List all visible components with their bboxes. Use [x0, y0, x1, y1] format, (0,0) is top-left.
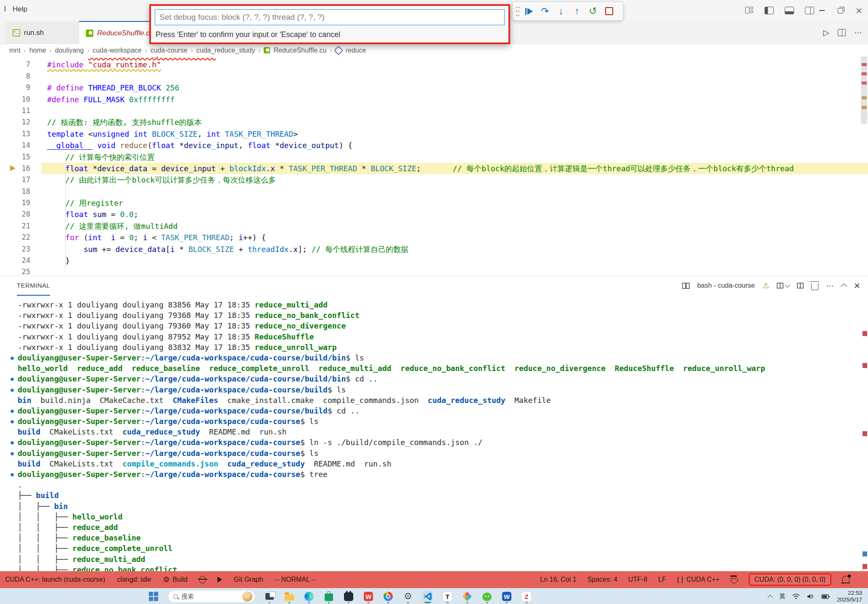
- status-indentation[interactable]: Spaces: 4: [587, 576, 617, 583]
- terminal-line[interactable]: ●douliyang@user-Super-Server:~/large/cud…: [0, 405, 862, 416]
- status-debug-bug[interactable]: [199, 576, 206, 583]
- mindmap-app-button[interactable]: [462, 590, 473, 603]
- more-actions-button[interactable]: ⋯: [854, 28, 862, 37]
- stop-button[interactable]: [602, 4, 616, 19]
- extension-face-icon[interactable]: [730, 576, 738, 583]
- code-line[interactable]: 15 // 计算每个快的索引位置: [0, 151, 868, 163]
- tab-run-sh[interactable]: run.sh: [6, 21, 79, 44]
- code-line[interactable]: 22 for (int i = 0; i < TASK_PER_THREAD; …: [0, 232, 868, 243]
- terminal-line[interactable]: ●douliyang@user-Super-Server:~/large/cud…: [0, 437, 862, 448]
- breadcrumb-item[interactable]: cuda_reduce_study: [196, 47, 255, 54]
- kill-terminal-button[interactable]: [811, 283, 818, 290]
- code-line[interactable]: 12// 核函数: 规约函数, 支持shuffle的版本: [0, 117, 868, 128]
- status-cuda-focus[interactable]: CUDA: (0, 0, 0) (0, 0, 0): [749, 573, 831, 586]
- task-view-button[interactable]: [264, 590, 275, 603]
- status-git-graph[interactable]: Git Graph: [234, 576, 263, 583]
- status-run-task[interactable]: [217, 577, 222, 583]
- terminal-line[interactable]: ├── build: [0, 490, 862, 501]
- terminal-line[interactable]: ●douliyang@user-Super-Server:~/large/cud…: [0, 384, 862, 395]
- store-button[interactable]: [323, 590, 334, 603]
- edge-button[interactable]: [304, 590, 315, 603]
- terminal-line[interactable]: -rwxrwxr-x 1 douliyang douliyang 79368 M…: [0, 310, 862, 321]
- terminal-line[interactable]: │ │ ├── reduce_no_bank_conflict: [0, 564, 862, 571]
- breadcrumb-item[interactable]: cuda-course: [151, 47, 188, 54]
- code-line[interactable]: 11: [0, 105, 868, 117]
- breadcrumb-item[interactable]: cuda-workspace: [93, 47, 142, 54]
- tab-terminal[interactable]: TERMINAL: [17, 276, 50, 296]
- terminal-line[interactable]: ●douliyang@user-Super-Server:~/large/cud…: [0, 469, 862, 479]
- terminal-line[interactable]: │ │ ├── reduce_baseline: [0, 532, 862, 543]
- terminal-line[interactable]: ●douliyang@user-Super-Server:~/large/cud…: [0, 448, 862, 458]
- toggle-sidebar-icon[interactable]: [765, 7, 774, 14]
- breadcrumb-item[interactable]: mnt: [9, 47, 21, 54]
- terminal-line[interactable]: │ │ ├── reduce_multi_add: [0, 554, 862, 564]
- split-editor-button[interactable]: [838, 29, 846, 36]
- status-cursor-position[interactable]: Ln 16, Col 1: [540, 576, 576, 583]
- menu-help[interactable]: Help: [13, 5, 27, 13]
- step-over-icon[interactable]: ↷: [538, 4, 552, 19]
- status-encoding[interactable]: UTF-8: [628, 576, 647, 583]
- terminal-line[interactable]: ●douliyang@user-Super-Server:~/large/cud…: [0, 416, 862, 427]
- terminal-more-actions-button[interactable]: ⋯: [826, 281, 834, 291]
- zotero-button[interactable]: Z: [521, 590, 532, 603]
- code-line[interactable]: 19 // 用register: [0, 197, 868, 209]
- continue-button[interactable]: [522, 4, 536, 19]
- code-line[interactable]: 14__global__ void reduce(float *device_i…: [0, 140, 868, 151]
- chrome-button[interactable]: [383, 590, 394, 603]
- terminal-line[interactable]: build CMakeLists.txt compile_commands.js…: [0, 458, 862, 469]
- code-line[interactable]: 20 float sum = 0.0;: [0, 209, 868, 220]
- typora-button[interactable]: T: [442, 590, 453, 603]
- maximize-panel-button[interactable]: [841, 283, 847, 290]
- code-line[interactable]: 25: [0, 266, 868, 276]
- start-button[interactable]: [148, 590, 159, 603]
- code-line[interactable]: 16 float *device_data = device_input + b…: [0, 163, 868, 174]
- breadcrumb-item[interactable]: home: [29, 47, 46, 54]
- restore-button[interactable]: [831, 0, 849, 21]
- terminal-session-label[interactable]: bash - cuda-course: [697, 282, 755, 289]
- cat-app-button[interactable]: [343, 590, 354, 603]
- vscode-button[interactable]: [422, 590, 433, 603]
- split-terminal-button[interactable]: [797, 283, 804, 289]
- customize-layout-icon[interactable]: [745, 7, 754, 14]
- code-line[interactable]: 13template <unsigned int BLOCK_SIZE, int…: [0, 128, 868, 140]
- volume-icon[interactable]: [807, 593, 814, 599]
- code-line[interactable]: 7#include "cuda_runtime.h": [0, 59, 868, 70]
- input-method-indicator[interactable]: 英: [779, 593, 785, 600]
- terminal-line[interactable]: │ │ ├── reduce_complete_unroll: [0, 543, 862, 554]
- code-editor[interactable]: 6#include "device_launch_parameters.h"7#…: [0, 56, 868, 276]
- code-line[interactable]: 24 }: [0, 255, 868, 266]
- tray-expand-icon[interactable]: [767, 595, 773, 600]
- code-line[interactable]: 17 // 由此计算出一个block可以计算多少任务，每次位移这么多: [0, 174, 868, 185]
- restart-icon[interactable]: ↺: [586, 4, 600, 19]
- code-line[interactable]: 10#define FULL_MASK 0xffffffff: [0, 94, 868, 105]
- clock[interactable]: 22:53 2025/5/17: [837, 590, 862, 603]
- terminal-line[interactable]: -rwxrwxr-x 1 douliyang douliyang 83832 M…: [0, 342, 862, 352]
- breadcrumb-item-symbol[interactable]: reduce: [345, 47, 366, 54]
- terminal-line[interactable]: -rwxrwxr-x 1 douliyang douliyang 79360 M…: [0, 321, 862, 331]
- wechat-button[interactable]: [482, 590, 492, 603]
- run-file-button[interactable]: ▷: [823, 28, 829, 37]
- file-explorer-button[interactable]: [284, 590, 295, 603]
- close-button[interactable]: [849, 0, 868, 21]
- terminal-line[interactable]: -rwxrwxr-x 1 douliyang douliyang 87952 M…: [0, 331, 862, 342]
- battery-icon[interactable]: [821, 594, 830, 599]
- wifi-icon[interactable]: [792, 593, 800, 599]
- status-language-mode[interactable]: { } CUDA C++: [677, 576, 720, 583]
- status-debug-launch[interactable]: CUDA C++: launch (cuda-course): [5, 576, 105, 583]
- debug-focus-input[interactable]: Set debug focus: block (?, ?, ?) thread …: [155, 9, 505, 25]
- search-daily-icon[interactable]: [242, 591, 252, 601]
- notifications-bell[interactable]: [842, 577, 849, 583]
- code-line[interactable]: 9# define THREAD_PER_BLOCK 256: [0, 82, 868, 93]
- code-line[interactable]: 23 sum += device_data[i * BLOCK_SIZE + t…: [0, 244, 868, 255]
- step-out-icon[interactable]: ↑: [570, 4, 584, 19]
- terminal-line[interactable]: .: [0, 479, 862, 490]
- terminal-line[interactable]: build CMakeLists.txt cuda_reduce_study R…: [0, 427, 862, 437]
- terminal-line[interactable]: bin build.ninja CMakeCache.txt CMakeFile…: [0, 395, 862, 405]
- terminal-output[interactable]: -rwxrwxr-x 1 douliyang douliyang 83856 M…: [0, 295, 862, 571]
- breadcrumb-item[interactable]: douliyang: [55, 47, 84, 54]
- terminal-line[interactable]: │ │ ├── hello_world: [0, 511, 862, 522]
- debug-toolbar-grip[interactable]: [516, 7, 519, 16]
- editor-scrollbar[interactable]: [861, 56, 867, 124]
- terminal-line[interactable]: hello_world reduce_add reduce_baseline r…: [0, 363, 862, 374]
- wps-button[interactable]: W: [363, 590, 374, 603]
